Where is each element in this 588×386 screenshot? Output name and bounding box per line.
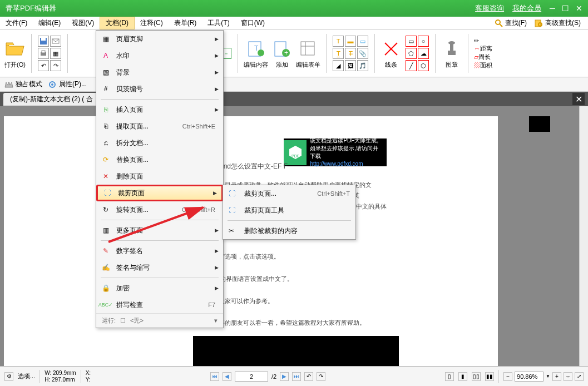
menu-file[interactable]: 文件(F) [0,17,33,29]
menu-background[interactable]: ▧背景▶ [96,64,223,81]
note-icon[interactable]: ▭ [357,36,368,47]
crop-icon: ⛶ [102,188,112,198]
rect-icon[interactable]: ▭ [406,36,417,47]
menu-insert-page[interactable]: ⎘插入页面▶ [96,101,223,118]
submenu-delete-cropped[interactable]: ✂删除被裁剪的内容 [223,222,355,239]
last-page-icon[interactable]: ⏭ [292,372,301,381]
poly-icon[interactable]: ⬠ [406,48,417,59]
properties-button[interactable]: 属性(P)... [48,80,87,89]
prev-page-icon[interactable]: ◀ [223,372,231,381]
menu-delete-page[interactable]: ✕删除页面 [96,168,223,185]
edit-form-button[interactable]: 编辑表单 [296,38,320,69]
menu-rotate-page[interactable]: ↻旋转页面...Ctrl+Shift+R [96,201,223,218]
cloud-icon[interactable]: ☁ [418,48,429,59]
headerfooter-label: 页眉页脚 [116,34,209,44]
menu-comment[interactable]: 注释(C) [135,17,169,29]
gear-icon [48,80,57,89]
edit-content-button[interactable]: T 编辑内容 [244,38,268,69]
line-icon[interactable]: ╱ [406,60,417,71]
callout-icon[interactable]: T̶ [345,48,356,59]
perimeter-button[interactable]: ▱周长 [474,53,492,61]
document-tab[interactable]: (复制)-新建文本文档 (2) ( 合 [3,93,100,106]
lines-button[interactable]: 线条 [381,38,402,69]
layout-cont-icon[interactable]: ▮ [458,372,467,381]
zoom-in-icon[interactable]: + [552,372,561,381]
maximize-icon[interactable]: ☐ [562,4,569,13]
stamp-button[interactable]: 图章 [441,38,462,69]
menu-split-doc[interactable]: ⎌拆分文档... [96,135,223,151]
layout-facing-icon[interactable]: ▯▯ [472,372,481,381]
fit-page-icon[interactable]: ⤢ [575,372,584,381]
lock-icon: 🔒 [101,283,111,293]
zoom-input[interactable] [515,372,543,382]
more-icon: ▥ [101,225,111,235]
menu-spellcheck[interactable]: ABC✓拼写检查F7 [96,296,223,313]
minimize-icon[interactable]: ─ [550,4,555,13]
scrollbar[interactable] [579,106,588,366]
email-icon[interactable] [50,36,61,47]
image-icon[interactable]: 🖼 [345,60,356,71]
eraser-button[interactable]: ✏ [474,37,492,44]
scan-icon[interactable]: ▦ [50,48,61,59]
menu-crop-page[interactable]: ⛶裁剪页面▶ [96,185,223,201]
menu-replace-page[interactable]: ⟳替换页面... [96,151,223,168]
menu-window[interactable]: 窗口(W) [235,17,270,29]
next-page-icon[interactable]: ▶ [280,372,289,381]
print-icon[interactable] [38,48,49,59]
distance-button[interactable]: ↔距离 [474,44,492,53]
layout-facing-cont-icon[interactable]: ▮▮ [485,372,494,381]
undo-icon[interactable]: ↶ [38,60,49,71]
support-link[interactable]: 客服咨询 [475,3,504,13]
menu-bates[interactable]: #贝茨编号▶ [96,81,223,97]
sign-icon: ✎ [101,246,111,256]
add-button[interactable]: + 添加 [271,38,293,69]
menu-view[interactable]: 视图(V) [66,17,100,29]
text-annot-icon[interactable]: T [333,36,344,47]
submenu-crop-tool[interactable]: ⛶裁剪页面工具 [223,202,355,219]
cursor-position: X:Y: [86,370,91,383]
menu-document[interactable]: 文档(D) [100,17,135,29]
page-input[interactable] [235,372,268,382]
tab-close-icon[interactable]: ✕ [572,93,585,105]
menu-encrypt[interactable]: 🔒加密▶ [96,280,223,296]
svg-text:T: T [254,44,259,52]
save-icon[interactable] [38,36,49,47]
zoom-out-icon[interactable]: − [503,372,512,381]
next-view-icon[interactable]: ↷ [317,372,325,381]
menu-sign-abbr[interactable]: ✍签名与缩写▶ [96,259,223,276]
exclusive-label: 独占模式 [16,80,42,89]
menu-edit[interactable]: 编辑(E) [33,17,66,29]
redo-icon[interactable]: ↷ [50,60,61,71]
layout-single-icon[interactable]: ▯ [445,372,454,381]
attach-icon[interactable]: 📎 [357,48,368,59]
shape-icon[interactable]: ◢ [333,60,344,71]
more-label: 更多页面 [116,226,209,235]
menu-form[interactable]: 表单(R) [169,17,202,29]
submenu-crop-page[interactable]: ⛶裁剪页面...Ctrl+Shift+T [223,185,355,202]
member-link[interactable]: 我的会员 [512,3,541,13]
menu-header-footer[interactable]: ▦页眉页脚▶ [96,31,223,47]
first-page-icon[interactable]: ⏮ [210,372,219,381]
menu-digital-sign[interactable]: ✎数字签名▶ [96,243,223,259]
textbox-icon[interactable]: T̲ [333,48,344,59]
options-button[interactable]: 选项... [18,372,35,380]
menu-extract-page[interactable]: ⎗提取页面...Ctrl+Shift+E [96,118,223,135]
gear-icon[interactable]: ⚙ [4,372,13,381]
adv-find-button[interactable]: 高级查找(S) [532,18,584,28]
headerfooter-icon: ▦ [101,34,111,44]
hex-icon[interactable]: ⬡ [418,60,429,71]
menu-tool[interactable]: 工具(T) [202,17,235,29]
exclusive-mode-button[interactable]: 独占模式 [4,80,42,89]
menu-more-pages[interactable]: ▥更多页面▶ [96,222,223,239]
find-button[interactable]: 查找(F) [492,18,530,28]
menu-watermark[interactable]: A水印▶ [96,47,223,64]
area-button[interactable]: ▨面积 [474,61,492,70]
sound-icon[interactable]: 🎵 [357,60,368,71]
highlight-icon[interactable]: ▬ [345,36,356,47]
prev-view-icon[interactable]: ↶ [304,372,313,381]
zoom-dropdown-icon[interactable]: ▼ [546,374,550,379]
open-button[interactable]: 打开(O) [4,38,26,69]
circle-icon[interactable]: ○ [418,36,429,47]
fit-width-icon[interactable]: ↔ [564,372,572,381]
close-icon[interactable]: ✕ [576,4,582,13]
